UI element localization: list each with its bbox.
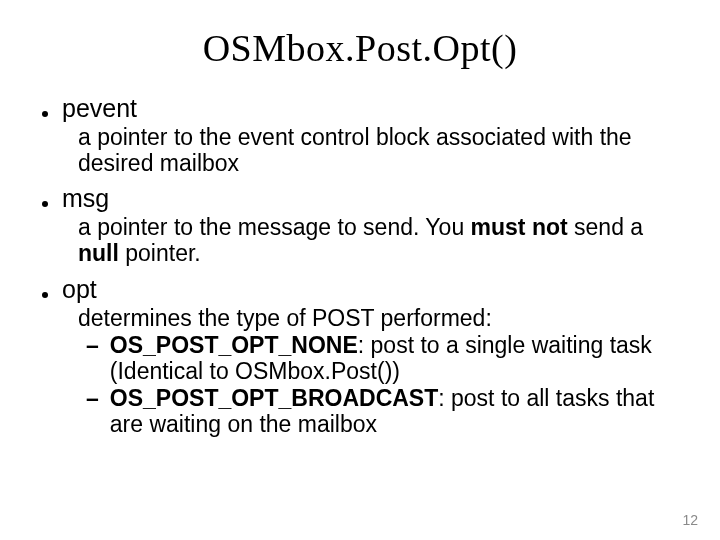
text: pointer. xyxy=(119,240,201,266)
opt-values-list: – OS_POST_OPT_NONE: post to a single wai… xyxy=(78,332,686,438)
emphasis-must-not: must not xyxy=(471,214,568,240)
bullet-icon xyxy=(42,201,48,207)
opt-value-none: – OS_POST_OPT_NONE: post to a single wai… xyxy=(86,332,686,385)
opt-value-text: OS_POST_OPT_BROADCAST: post to all tasks… xyxy=(110,385,686,438)
opt-const: OS_POST_OPT_BROADCAST xyxy=(110,385,438,411)
param-name: msg xyxy=(62,184,109,213)
slide: OSMbox.Post.Opt() pevent a pointer to th… xyxy=(0,0,720,540)
param-desc: a pointer to the message to send. You mu… xyxy=(78,215,686,267)
param-pevent: pevent a pointer to the event control bl… xyxy=(42,94,686,176)
parameter-list: pevent a pointer to the event control bl… xyxy=(34,94,686,437)
emphasis-null: null xyxy=(78,240,119,266)
page-number: 12 xyxy=(682,512,698,528)
opt-intro: determines the type of POST performed: xyxy=(78,305,686,331)
param-name: pevent xyxy=(62,94,137,123)
dash-icon: – xyxy=(86,385,99,411)
bullet-icon xyxy=(42,292,48,298)
text: a pointer to the message to send. You xyxy=(78,214,471,240)
param-opt: opt determines the type of POST performe… xyxy=(42,275,686,438)
dash-icon: – xyxy=(86,332,99,358)
slide-title: OSMbox.Post.Opt() xyxy=(34,26,686,70)
opt-const: OS_POST_OPT_NONE xyxy=(110,332,358,358)
opt-value-broadcast: – OS_POST_OPT_BROADCAST: post to all tas… xyxy=(86,385,686,438)
param-desc: determines the type of POST performed: –… xyxy=(78,305,686,437)
param-msg: msg a pointer to the message to send. Yo… xyxy=(42,184,686,266)
bullet-icon xyxy=(42,111,48,117)
param-name: opt xyxy=(62,275,97,304)
opt-value-text: OS_POST_OPT_NONE: post to a single waiti… xyxy=(110,332,686,385)
text: send a xyxy=(568,214,643,240)
param-desc: a pointer to the event control block ass… xyxy=(78,125,686,177)
